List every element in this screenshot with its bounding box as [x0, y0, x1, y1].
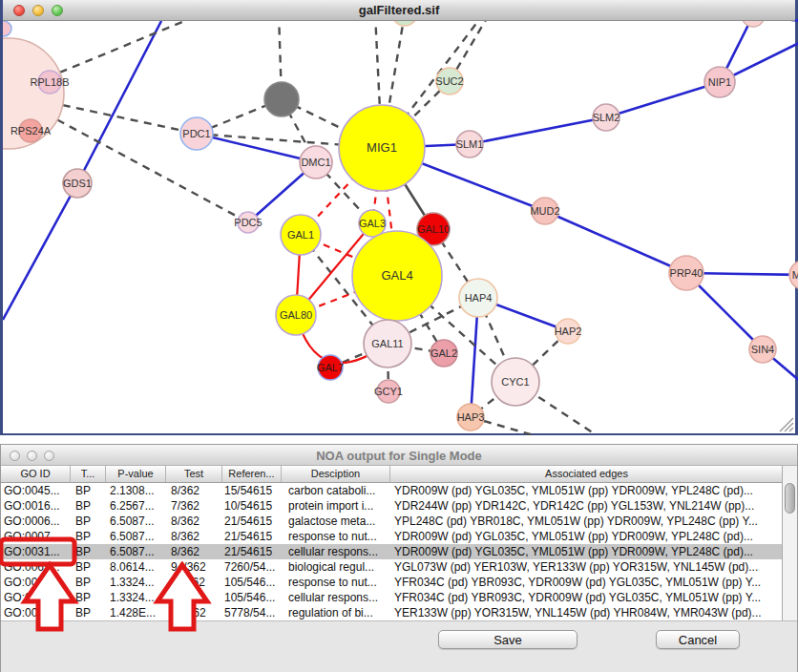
table-cell: YGL073W (pd) YER103W, YER133W (pp) YOR31…	[390, 559, 784, 575]
table-cell: GO:0006...	[1, 514, 71, 529]
table-cell: BP	[71, 514, 106, 529]
scrollbar-thumb[interactable]	[785, 483, 795, 514]
table-cell: 6.5087...	[106, 514, 166, 529]
table-cell: biological regul...	[282, 559, 390, 575]
node-label-DMC1: DMC1	[301, 157, 330, 168]
table-cell: YER133W (pp) YOR315W, YNL145W (pd) YHR08…	[390, 605, 784, 620]
table-cell: GO:0031...	[1, 575, 71, 590]
node-label-NIP1: NIP1	[708, 76, 731, 88]
network-canvas-svg[interactable]: RPL18BRPS24AGDS1PDC1PDC5DMC1MIG1SUC2SLM1…	[3, 0, 798, 435]
table-row[interactable]: GO:0031...BP1.3324...11/362105/546...res…	[1, 575, 797, 590]
edge-pt-GDS1	[77, 21, 161, 183]
table-cell: 8/362	[166, 544, 222, 559]
node-label-GAL7: GAL7	[317, 362, 344, 373]
column-header-7[interactable]: Associated edges	[390, 466, 784, 482]
table-cell: BP	[71, 544, 106, 559]
table-cell: 8/362	[166, 483, 222, 498]
column-header-3[interactable]: P-value	[106, 466, 166, 482]
table-cell: 7/362	[166, 498, 222, 514]
table-cell: 6.2567...	[106, 498, 166, 514]
table-cell: YDR009W (pd) YGL035C, YML051W (pp) YDR00…	[390, 529, 784, 544]
node-clipA[interactable]	[3, 21, 11, 36]
table-cell: YFR034C (pd) YBR093C, YDR009W (pd) YGL03…	[390, 590, 784, 605]
node-label-CYC1: CYC1	[501, 376, 529, 388]
table-row[interactable]: GO:0045...BP2.1308...8/36215/54615carbon…	[1, 483, 797, 498]
edge-GDS1-pt	[3, 183, 77, 320]
resize-grip-icon[interactable]	[776, 414, 795, 433]
node-label-PDC5: PDC5	[234, 217, 262, 228]
table-cell: 105/546...	[222, 575, 282, 590]
table-cell: YDR009W (pd) YGL035C, YML051W (pp) YDR00…	[390, 483, 784, 498]
table-cell: 6.5087...	[106, 544, 166, 559]
table-cell: GO:0031...	[1, 590, 71, 605]
table-header[interactable]: GO IDT...P-valueTestReferen...Desciption…	[1, 466, 797, 483]
node-label-GAL4: GAL4	[381, 268, 412, 283]
table-row[interactable]: GO:0006...BP6.5087...8/36221/54615galact…	[1, 514, 797, 529]
node-label-MUD2: MUD2	[530, 205, 559, 217]
node-label-GDS1: GDS1	[63, 178, 92, 189]
table-cell: YFR034C (pd) YBR093C, YDR009W (pd) YGL03…	[390, 575, 784, 590]
table-cell: cellular respons...	[282, 544, 390, 559]
node-label-RPL18B: RPL18B	[31, 76, 70, 88]
node-grayNode[interactable]	[264, 82, 299, 116]
edge-MUD2-PRP40	[545, 211, 686, 273]
node-label-GCY1: GCY1	[374, 386, 403, 397]
node-label-GAL11: GAL11	[371, 338, 403, 349]
noa-window-titlebar[interactable]: NOA output for Single Mode	[1, 445, 797, 466]
table-cell: 21/54615	[222, 529, 282, 544]
table-cell: 8/362	[166, 529, 222, 544]
column-header-1[interactable]: GO ID	[1, 466, 71, 482]
table-scrollbar[interactable]	[782, 466, 797, 620]
column-header-5[interactable]: Referen...	[222, 466, 282, 482]
table-cell: BP	[71, 590, 106, 605]
cancel-button[interactable]: Cancel	[656, 630, 740, 649]
node-label-SLM2: SLM2	[593, 112, 620, 123]
table-cell: 8/362	[166, 514, 222, 529]
table-cell: carbon cataboli...	[282, 483, 390, 498]
table-cell: BP	[71, 605, 106, 620]
table-cell: 6.5087...	[106, 529, 166, 544]
noa-window-title: NOA output for Single Mode	[1, 449, 797, 463]
table-row[interactable]: GO:0016...BP6.2567...7/36210/54615protei…	[1, 498, 797, 514]
table-row[interactable]: GO:0031...BP6.5087...8/36221/54615cellul…	[1, 544, 797, 559]
table-cell: GO:0065...	[1, 559, 71, 575]
table-cell: BP	[71, 529, 106, 544]
table-cell: 5778/54...	[222, 605, 282, 620]
table-cell: YDR244W (pp) YDR142C, YDR142C (pp) YGL15…	[390, 498, 784, 514]
table-cell: 2.1308...	[106, 483, 166, 498]
node-label-HAP2: HAP2	[555, 326, 582, 337]
column-header-4[interactable]: Test	[166, 466, 222, 482]
node-label-HAP4: HAP4	[465, 292, 493, 304]
node-label-GAL3: GAL3	[359, 218, 386, 229]
table-row[interactable]: GO:0007...BP6.5087...8/36221/54615respon…	[1, 529, 797, 544]
table-cell: YPL248C (pd) YBR018C, YML051W (pp) YDR00…	[390, 514, 784, 529]
node-label-RPS24A: RPS24A	[10, 125, 52, 136]
column-header-2[interactable]: T...	[71, 466, 106, 482]
table-cell: GO:0007...	[1, 529, 71, 544]
node-label-PRP40: PRP40	[670, 267, 704, 279]
save-button[interactable]: Save	[438, 630, 578, 649]
table-cell: response to nut...	[282, 529, 390, 544]
table-cell: protein import i...	[282, 498, 390, 514]
edge-SLM1-SLM2	[470, 117, 606, 144]
table-cell: 80/362	[166, 605, 222, 620]
node-label-GAL2: GAL2	[430, 347, 457, 359]
node-label-MIG1: MIG1	[367, 140, 397, 155]
table-cell: 21/54615	[222, 514, 282, 529]
table-cell: 1.428E...	[106, 605, 166, 620]
table-cell: response to nut...	[282, 575, 390, 590]
table-row[interactable]: GO:0031...BP1.3324...11/362105/546...cel…	[1, 590, 797, 605]
table-row[interactable]: GO:0065...BP8.0614...94/3627260/54...bio…	[1, 559, 797, 575]
table-cell: GO:0016...	[1, 498, 71, 514]
table-cell: 11/362	[166, 590, 222, 605]
graph-window-titlebar[interactable]: galFiltered.sif	[3, 0, 795, 21]
node-label-GAL10: GAL10	[417, 223, 450, 235]
table-cell: 21/54615	[222, 544, 282, 559]
column-header-6[interactable]: Desciption	[282, 466, 390, 482]
node-label-HAP3: HAP3	[457, 411, 485, 423]
node-label-GAL1: GAL1	[287, 229, 314, 241]
table-cell: GO:0045...	[1, 483, 71, 498]
table-row[interactable]: GO:0050...BP1.428E...80/3625778/54...reg…	[1, 605, 797, 620]
table-cell: galactose meta...	[282, 514, 390, 529]
node-label-GAL80: GAL80	[280, 309, 312, 321]
